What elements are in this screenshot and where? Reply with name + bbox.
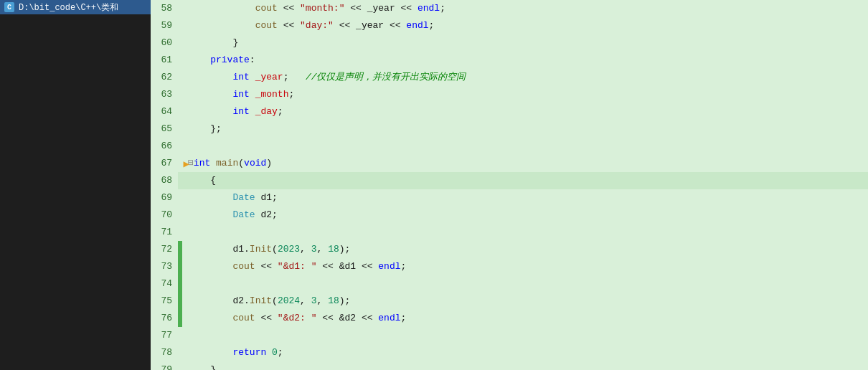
sidebar: C D:\bit_code\C++\类和 — [0, 0, 151, 370]
line-number: 58 — [151, 0, 178, 17]
line-indicator — [178, 17, 182, 34]
code-line: 78 return 0; — [151, 344, 868, 361]
code-line: 76 cout << "&d2: " << &d2 << endl; — [151, 310, 868, 327]
code-line: 68 { — [151, 172, 868, 189]
line-indicator — [178, 34, 182, 52]
line-number: 63 — [151, 86, 178, 103]
line-number: 70 — [151, 207, 178, 224]
line-indicator — [178, 86, 182, 103]
line-number: 78 — [151, 344, 178, 361]
line-indicator — [178, 207, 182, 224]
code-text: cout << "&d2: " << &d2 << endl; — [182, 310, 406, 327]
code-line: 67▶⊟int main(void) — [151, 155, 868, 172]
code-text: } — [182, 34, 238, 52]
code-text — [182, 327, 188, 344]
code-text: private: — [182, 52, 255, 69]
line-indicator — [178, 275, 182, 293]
code-text: int _month; — [182, 86, 294, 103]
line-indicator — [178, 344, 182, 361]
code-text — [182, 224, 188, 241]
line-indicator — [178, 361, 182, 370]
code-line: 73 cout << "&d1: " << &d1 << endl; — [151, 258, 868, 275]
line-indicator — [178, 120, 182, 138]
code-line: 64 int _day; — [151, 103, 868, 120]
line-number: 79 — [151, 361, 178, 370]
line-indicator — [178, 103, 182, 120]
code-text: cout << "month:" << _year << endl; — [182, 0, 445, 17]
code-line: 79 } — [151, 361, 868, 370]
code-line: 60 } — [151, 34, 868, 52]
code-line: 77 — [151, 327, 868, 344]
line-indicator — [178, 52, 182, 69]
code-line: 58 cout << "month:" << _year << endl; — [151, 0, 868, 17]
titlebar-title: D:\bit_code\C++\类和 — [19, 1, 118, 14]
line-number: 66 — [151, 138, 178, 155]
line-number: 59 — [151, 17, 178, 34]
code-text: cout << "day:" << _year << endl; — [182, 17, 434, 34]
line-number: 75 — [151, 293, 178, 310]
titlebar: C D:\bit_code\C++\类和 — [0, 0, 151, 14]
line-indicator: ▶ — [178, 155, 182, 172]
code-line: 72 d1.Init(2023, 3, 18); — [151, 241, 868, 258]
code-line: 65 }; — [151, 120, 868, 138]
line-indicator — [178, 138, 182, 155]
code-text: } — [182, 361, 216, 370]
code-text: d2.Init(2024, 3, 18); — [182, 293, 350, 310]
line-number: 77 — [151, 327, 178, 344]
code-line: 70 Date d2; — [151, 207, 868, 224]
code-text: Date d2; — [182, 207, 278, 224]
line-number: 62 — [151, 69, 178, 86]
code-line: 62 int _year; //仅仅是声明，并没有开出实际的空间 — [151, 69, 868, 86]
code-line: 75 d2.Init(2024, 3, 18); — [151, 293, 868, 310]
code-line: 69 Date d1; — [151, 189, 868, 207]
code-line: 59 cout << "day:" << _year << endl; — [151, 17, 868, 34]
code-text — [182, 275, 188, 293]
line-number: 74 — [151, 275, 178, 293]
line-indicator — [178, 258, 182, 275]
line-number: 69 — [151, 189, 178, 207]
code-text: return 0; — [182, 344, 283, 361]
code-line: 61 private: — [151, 52, 868, 69]
code-line: 63 int _month; — [151, 86, 868, 103]
line-indicator — [178, 0, 182, 17]
editor-area[interactable]: 58 cout << "month:" << _year << endl;59 … — [151, 0, 868, 370]
line-indicator — [178, 327, 182, 344]
line-number: 72 — [151, 241, 178, 258]
line-indicator — [178, 172, 182, 189]
code-text: }; — [182, 120, 222, 138]
line-number: 60 — [151, 34, 178, 52]
code-text: cout << "&d1: " << &d1 << endl; — [182, 258, 406, 275]
line-number: 64 — [151, 103, 178, 120]
code-line: 66 — [151, 138, 868, 155]
code-text: Date d1; — [182, 189, 278, 207]
code-text: int _year; //仅仅是声明，并没有开出实际的空间 — [182, 69, 466, 86]
line-indicator — [178, 310, 182, 327]
line-indicator — [178, 189, 182, 207]
line-number: 73 — [151, 258, 178, 275]
line-number: 68 — [151, 172, 178, 189]
line-number: 67 — [151, 155, 178, 172]
line-indicator — [178, 69, 182, 86]
line-number: 76 — [151, 310, 178, 327]
line-number: 65 — [151, 120, 178, 138]
line-indicator — [178, 241, 182, 258]
line-number: 71 — [151, 224, 178, 241]
app-icon: C — [4, 2, 14, 12]
code-text: { — [182, 172, 216, 189]
code-text: ⊟int main(void) — [182, 155, 272, 172]
code-text: int _day; — [182, 103, 283, 120]
code-text: d1.Init(2023, 3, 18); — [182, 241, 350, 258]
line-indicator — [178, 293, 182, 310]
code-line: 74 — [151, 275, 868, 293]
line-number: 61 — [151, 52, 178, 69]
code-line: 71 — [151, 224, 868, 241]
line-indicator — [178, 224, 182, 241]
code-container: 58 cout << "month:" << _year << endl;59 … — [151, 0, 868, 370]
code-text — [182, 138, 188, 155]
debug-arrow-icon: ▶ — [184, 158, 189, 170]
